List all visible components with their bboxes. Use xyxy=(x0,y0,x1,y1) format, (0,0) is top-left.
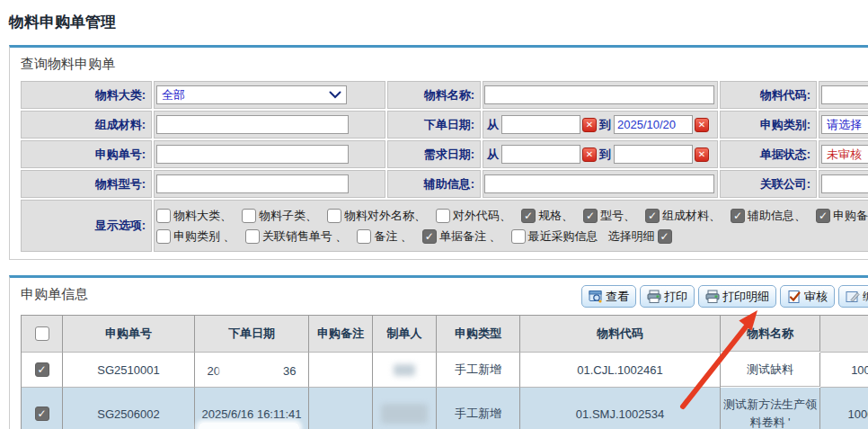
form-row-4: 物料型号: 辅助信息: 关联公司: xyxy=(21,170,868,198)
checkbox[interactable] xyxy=(327,209,341,223)
print-icon xyxy=(647,290,661,304)
option-material-category: 物料大类、 xyxy=(156,208,232,224)
need-date-label: 需求日期: xyxy=(387,140,481,168)
redaction-smudge xyxy=(381,404,428,424)
col-header-material-name: 物料名称 xyxy=(721,316,820,352)
option-aux-info: 辅助信息、 xyxy=(731,208,806,224)
col-header-order-date: 下单日期 xyxy=(195,316,309,353)
cell-order-no: SG2510001 xyxy=(63,353,195,388)
option-model: 型号、 xyxy=(583,208,635,224)
cell-maker xyxy=(373,353,437,388)
material-category-select[interactable]: 全部 xyxy=(156,85,347,104)
col-header-type: 申购类型 xyxy=(437,316,520,353)
col-header-remark: 申购备注 xyxy=(309,316,373,353)
option-select-detail: 选择明细 xyxy=(608,228,672,245)
aux-info-input[interactable] xyxy=(484,174,714,193)
order-date-to-label: 到 xyxy=(599,117,611,133)
checkbox[interactable] xyxy=(583,209,598,223)
clear-date-icon[interactable]: ✕ xyxy=(582,118,597,132)
doc-status-value: 未审核 xyxy=(827,147,862,163)
option-component-material: 组成材料、 xyxy=(645,208,721,224)
checkbox[interactable] xyxy=(245,229,260,244)
cell-material-code: 01.SMJ.1002534 xyxy=(520,388,721,429)
material-code-label: 物料代码: xyxy=(720,81,817,109)
checkbox[interactable] xyxy=(521,209,536,223)
select-all-checkbox[interactable] xyxy=(35,326,49,341)
display-options-line1: 物料大类、 物料子类、 物料对外名称、 对外代码、 规格、 型号、 组成材料、 … xyxy=(156,208,868,224)
clear-date-icon[interactable]: ✕ xyxy=(695,147,709,162)
checkbox[interactable] xyxy=(422,229,437,244)
checkbox[interactable] xyxy=(242,209,256,223)
option-external-code: 对外代码、 xyxy=(436,208,511,224)
order-date-from-input[interactable] xyxy=(501,115,580,134)
query-panel: 查询物料申购单 物料大类: 全部 物料名称: 物料代码: 组成材料: xyxy=(9,45,868,260)
row-checkbox[interactable] xyxy=(35,407,49,421)
col-header-order-no: 申购单号 xyxy=(63,316,195,353)
request-category-select[interactable]: 请选择 xyxy=(821,115,868,134)
col-header-qty xyxy=(820,316,868,353)
redaction-smudge xyxy=(394,364,415,376)
print-detail-button[interactable]: 打印明细 xyxy=(698,285,776,308)
clear-date-icon[interactable]: ✕ xyxy=(695,118,709,132)
request-category-label: 申购类别: xyxy=(720,111,817,139)
checkbox[interactable] xyxy=(731,209,745,223)
cell-material-name: 测试新方法生产领料卷料 ' xyxy=(721,388,820,429)
checkbox[interactable] xyxy=(645,209,660,223)
print-detail-icon xyxy=(705,290,720,304)
need-date-from-label: 从 xyxy=(487,147,499,163)
need-date-from-input[interactable] xyxy=(501,145,580,164)
material-category-value: 全部 xyxy=(162,87,185,103)
need-date-to-input[interactable] xyxy=(614,145,693,164)
option-request-remark: 申购备注 xyxy=(816,208,868,224)
checkbox[interactable] xyxy=(357,229,371,244)
cell-qty: 100 xyxy=(820,353,868,388)
display-options-line2: 申购类别 、 关联销售单号 、 备注 、 单据备注 、 最近采购信息 选择明细 xyxy=(156,228,868,245)
redaction-smudge xyxy=(222,362,281,375)
related-company-input[interactable] xyxy=(821,174,868,193)
print-button[interactable]: 打印 xyxy=(640,285,695,308)
component-material-input[interactable] xyxy=(156,115,349,134)
checkbox[interactable] xyxy=(511,229,526,244)
col-header-maker: 制单人 xyxy=(373,316,437,353)
checkbox[interactable] xyxy=(816,209,830,223)
view-button[interactable]: 查看 xyxy=(581,285,636,308)
table-row[interactable]: SG2506002 2025/6/16 16:11:41 手工新增 01.SMJ… xyxy=(22,388,868,429)
clear-date-icon[interactable]: ✕ xyxy=(582,147,597,162)
cell-order-no: SG2506002 xyxy=(63,388,195,429)
order-date-to-input[interactable] xyxy=(614,115,693,134)
material-model-label: 物料型号: xyxy=(21,170,152,198)
request-category-value: 请选择 xyxy=(827,117,862,133)
table-row[interactable]: SG2510001 2036 手工新增 01.CJL.1002461 测试缺料 … xyxy=(22,353,868,388)
option-remark: 备注 、 xyxy=(357,228,412,245)
cell-qty: 1000 xyxy=(820,388,868,429)
edit-icon xyxy=(846,290,860,304)
request-no-label: 申购单号: xyxy=(21,140,152,168)
checkbox[interactable] xyxy=(436,209,450,223)
material-code-input[interactable] xyxy=(821,85,868,104)
form-row-3: 申购单号: 需求日期: 从 ✕ 到 ✕ 单据状态: 未审核 xyxy=(21,140,868,168)
cell-material-code: 01.CJL.1002461 xyxy=(520,353,721,388)
view-icon xyxy=(589,290,603,304)
table-header-row: 申购单号 下单日期 申购备注 制单人 申购类型 物料代码 物料名称 xyxy=(22,316,868,353)
audit-icon xyxy=(787,290,802,304)
request-table: 申购单号 下单日期 申购备注 制单人 申购类型 物料代码 物料名称 SG2510… xyxy=(21,315,868,429)
material-category-label: 物料大类: xyxy=(21,81,152,109)
checkbox[interactable] xyxy=(156,209,171,223)
edit-button[interactable]: 编辑 xyxy=(838,285,868,308)
row-checkbox[interactable] xyxy=(35,362,49,377)
toolbar: 查看 打印 打印明细 审核 编辑 xyxy=(581,285,868,308)
material-name-label: 物料名称: xyxy=(387,81,481,109)
cell-remark xyxy=(309,388,373,429)
cell-order-date: 2025/6/16 16:11:41 xyxy=(195,388,309,429)
material-model-input[interactable] xyxy=(156,174,349,193)
cell-maker xyxy=(373,388,437,429)
material-name-input[interactable] xyxy=(484,85,714,104)
checkbox[interactable] xyxy=(156,229,171,244)
doc-status-select[interactable]: 未审核 xyxy=(821,145,868,164)
request-no-input[interactable] xyxy=(156,145,349,164)
audit-button[interactable]: 审核 xyxy=(780,285,835,308)
doc-status-label: 单据状态: xyxy=(720,140,817,168)
checkbox[interactable] xyxy=(658,229,672,244)
component-material-label: 组成材料: xyxy=(21,111,152,139)
option-request-category: 申购类别 、 xyxy=(156,228,235,245)
